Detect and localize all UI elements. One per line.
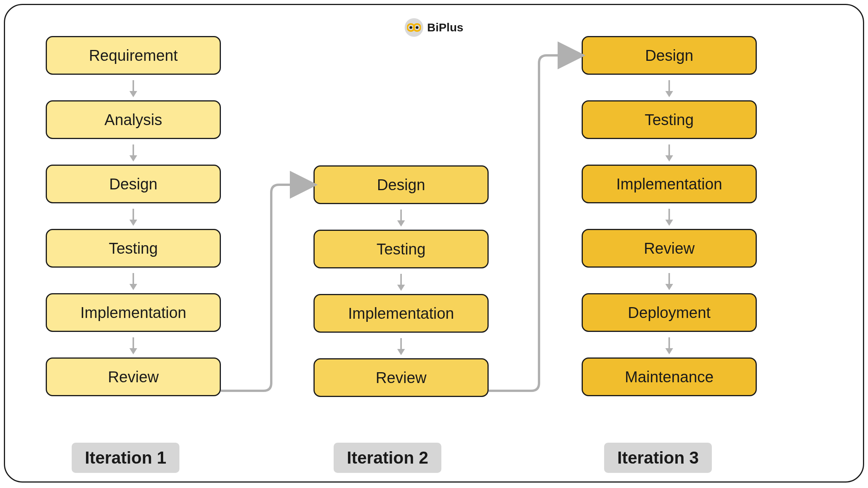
step-label: Design xyxy=(109,175,158,193)
arrow-down-icon xyxy=(133,337,134,349)
arrow-down-icon xyxy=(400,210,402,221)
step-label: Requirement xyxy=(89,47,177,64)
step-label: Testing xyxy=(109,240,158,257)
arrow-down-icon xyxy=(400,274,402,285)
step-box: Testing xyxy=(582,100,757,139)
step-box: Review xyxy=(582,229,757,268)
step-box: Design xyxy=(313,165,489,204)
iteration-2-column: Design Testing Implementation Review xyxy=(313,165,489,397)
arrow-down-icon xyxy=(668,337,670,349)
step-label: Implementation xyxy=(80,304,186,321)
step-box: Design xyxy=(46,165,221,203)
iteration-3-column: Design Testing Implementation Review Dep… xyxy=(582,36,757,396)
step-box: Implementation xyxy=(313,294,489,333)
iteration-2-label: Iteration 2 xyxy=(334,443,441,473)
step-label: Maintenance xyxy=(625,368,713,386)
svg-point-2 xyxy=(410,26,412,29)
logo-text: BiPlus xyxy=(427,21,463,34)
step-box: Implementation xyxy=(46,293,221,332)
step-box: Design xyxy=(582,36,757,75)
step-box: Testing xyxy=(313,230,489,268)
connector-arrow-1-2 xyxy=(221,165,319,406)
arrow-down-icon xyxy=(133,209,134,220)
step-box: Maintenance xyxy=(582,357,757,396)
arrow-down-icon xyxy=(133,144,134,156)
step-label: Review xyxy=(644,240,694,257)
diagram-frame: BiPlus Requirement Analysis Design Testi… xyxy=(4,4,864,483)
arrow-down-icon xyxy=(668,80,670,92)
owl-eyes-icon xyxy=(405,18,423,37)
step-label: Design xyxy=(377,176,425,194)
step-label: Testing xyxy=(377,241,426,258)
step-label: Implementation xyxy=(616,175,722,193)
arrow-down-icon xyxy=(668,273,670,285)
step-box: Testing xyxy=(46,229,221,268)
step-label: Testing xyxy=(645,111,694,129)
iteration-1-label: Iteration 1 xyxy=(72,443,179,473)
step-box: Review xyxy=(46,357,221,396)
arrow-down-icon xyxy=(133,273,134,285)
arrow-down-icon xyxy=(133,80,134,92)
iteration-3-label: Iteration 3 xyxy=(604,443,712,473)
step-box: Requirement xyxy=(46,36,221,75)
step-label: Review xyxy=(108,368,158,386)
step-box: Implementation xyxy=(582,165,757,203)
connector-arrow-2-3 xyxy=(489,36,586,406)
arrow-down-icon xyxy=(668,144,670,156)
step-label: Review xyxy=(375,369,426,387)
iteration-1-column: Requirement Analysis Design Testing Impl… xyxy=(46,36,221,396)
step-label: Implementation xyxy=(348,305,454,322)
step-label: Deployment xyxy=(628,304,710,321)
step-box: Review xyxy=(313,358,489,397)
arrow-down-icon xyxy=(668,209,670,220)
step-box: Deployment xyxy=(582,293,757,332)
step-label: Design xyxy=(645,47,694,64)
svg-point-3 xyxy=(416,26,418,29)
step-box: Analysis xyxy=(46,100,221,139)
arrow-down-icon xyxy=(400,338,402,350)
logo: BiPlus xyxy=(405,18,463,37)
step-label: Analysis xyxy=(105,111,162,129)
